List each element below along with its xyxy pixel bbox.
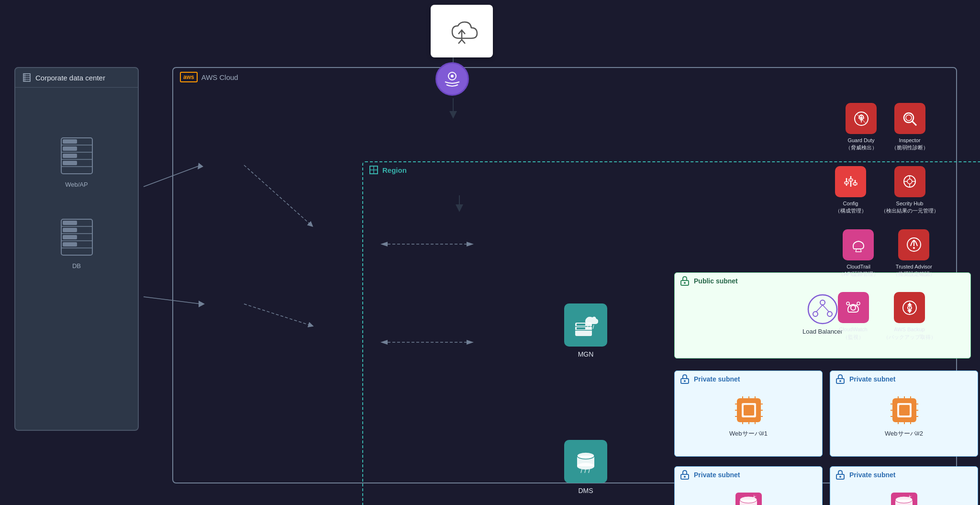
region-icon	[369, 165, 379, 175]
guardduty-icon	[852, 110, 870, 128]
svg-rect-39	[63, 235, 77, 239]
private-subnet-web1-lock-icon	[679, 374, 690, 384]
trustedadvisor-icon	[905, 236, 923, 254]
securityhub-service: Secrity Hub（検出結果の一元管理）	[881, 166, 939, 215]
svg-rect-40	[63, 242, 77, 247]
private-subnet-db2-box: Private subnet Web（Replica）	[830, 466, 978, 505]
awsbackup-icon-box	[894, 292, 925, 323]
main-canvas: Corporate data center Web/AP	[0, 0, 980, 505]
vpn-gateway-icon	[435, 62, 469, 96]
trustedadvisor-label: Trusted Advisor（推奨設定確認）	[893, 263, 935, 278]
svg-point-130	[907, 179, 912, 184]
db-server-group: DB	[15, 217, 138, 269]
mgn-icon	[564, 303, 607, 347]
security-row-3: CloudTrail（API証跡管理） Trusted Advisor（推奨設定…	[808, 229, 966, 278]
cloudwatch-icon	[844, 299, 862, 317]
webap-server-group: Web/AP	[15, 135, 138, 188]
cloudwatch-icon-box	[838, 292, 869, 323]
trustedadvisor-service: Trusted Advisor（推奨設定確認）	[893, 229, 935, 278]
public-subnet-label: Public subnet	[694, 277, 738, 285]
aws-logo: aws	[180, 72, 198, 82]
securityhub-label: Secrity Hub（検出結果の一元管理）	[881, 200, 939, 215]
inspector-icon-box	[894, 103, 925, 134]
cloudwatch-label: CloudWatch（監視）	[839, 326, 868, 341]
svg-point-111	[577, 463, 594, 470]
config-service: Config（構成管理）	[835, 166, 867, 215]
mgn-service-icon	[571, 311, 600, 339]
svg-line-108	[593, 325, 594, 329]
svg-rect-104	[577, 324, 585, 325]
securityhub-icon	[901, 172, 919, 191]
svg-rect-37	[63, 221, 77, 225]
guardduty-icon-box	[846, 103, 877, 134]
db1-rds-icon	[733, 490, 764, 505]
svg-rect-30	[63, 154, 77, 158]
corporate-datacenter-box: Corporate data center Web/AP	[14, 67, 139, 431]
dms-service-icon	[571, 447, 600, 476]
db-label: DB	[72, 262, 81, 269]
svg-rect-57	[744, 405, 754, 415]
cloudtrail-icon-box	[843, 229, 874, 260]
mgn-box: MGN	[564, 303, 607, 358]
web1-ec2-icon	[733, 394, 764, 426]
private-subnet-db1-label: Private subnet	[694, 471, 740, 479]
private-subnet-db1-lock-icon	[679, 470, 690, 480]
awsbackup-icon	[901, 299, 919, 317]
private-subnet-web2-lock-icon	[835, 374, 846, 384]
cloudtrail-icon	[849, 236, 868, 254]
private-subnet-db2-lock-icon	[835, 470, 846, 480]
webap-label: Web/AP	[65, 181, 88, 188]
db1-icon-container: DBサーバ（Master）	[675, 490, 822, 505]
public-subnet-lock-icon	[679, 276, 690, 286]
web2-label: Webサーバ#2	[885, 429, 923, 438]
svg-line-121	[912, 121, 916, 125]
awsbackup-label: AWS Backup（バックアップ取得）	[883, 326, 936, 341]
dms-label: DMS	[578, 487, 593, 494]
trustedadvisor-icon-box	[898, 229, 929, 260]
svg-point-88	[684, 476, 686, 478]
db2-icon-container: Web（Replica）	[830, 490, 978, 505]
private-subnet-web2-header: Private subnet	[830, 371, 978, 387]
mgn-label: MGN	[578, 350, 594, 358]
aws-cloud-label: AWS Cloud	[201, 73, 238, 81]
region-label: Region	[382, 166, 407, 174]
security-row-1: Guard Duty（脅威検出） Inspector（脆弱性診断）	[808, 103, 966, 152]
svg-rect-74	[899, 405, 910, 415]
cloudtrail-service: CloudTrail（API証跡管理）	[838, 229, 879, 278]
private-subnet-db2-header: Private subnet	[830, 467, 978, 483]
svg-rect-31	[63, 161, 77, 165]
inspector-service: Inspector（脆弱性診断）	[891, 103, 928, 152]
cloudtrail-label: CloudTrail（API証跡管理）	[838, 263, 879, 278]
db-server-icon	[59, 217, 95, 258]
guardduty-label: Guard Duty（脅威検出）	[846, 137, 877, 152]
config-label: Config（構成管理）	[835, 200, 867, 215]
svg-line-113	[581, 469, 582, 473]
datacenter-label: Corporate data center	[35, 74, 105, 82]
cloud-upload-icon	[443, 13, 481, 49]
svg-point-141	[857, 302, 860, 305]
private-subnet-web2-box: Private subnet	[830, 370, 978, 457]
svg-point-17	[451, 75, 454, 78]
datacenter-header: Corporate data center	[15, 68, 138, 88]
security-services-panel: Guard Duty（脅威検出） Inspector（脆弱性診断）	[808, 103, 966, 355]
guardduty-service: Guard Duty（脅威検出）	[846, 103, 877, 152]
cloudwatch-service: CloudWatch（監視）	[838, 292, 869, 341]
web1-label: Webサーバ#1	[729, 429, 768, 438]
security-row-4: CloudWatch（監視） AWS Backup（バックアップ取得）	[808, 292, 966, 341]
svg-point-138	[913, 247, 915, 249]
web1-icon-container: Webサーバ#1	[675, 394, 822, 438]
db2-rds-icon	[889, 490, 920, 505]
config-icon	[842, 172, 860, 191]
web2-ec2-icon	[889, 394, 920, 426]
dms-icon	[564, 440, 607, 483]
private-subnet-db1-header: Private subnet	[675, 467, 822, 483]
securityhub-icon-box	[894, 166, 925, 197]
svg-rect-126	[845, 182, 848, 184]
webap-server-icon	[59, 135, 95, 176]
private-subnet-web1-header: Private subnet	[675, 371, 822, 387]
svg-rect-127	[849, 179, 853, 181]
svg-rect-105	[577, 327, 585, 329]
private-subnet-db2-label: Private subnet	[849, 471, 895, 479]
inspector-icon	[901, 110, 919, 128]
cloud-upload-box	[431, 5, 493, 57]
